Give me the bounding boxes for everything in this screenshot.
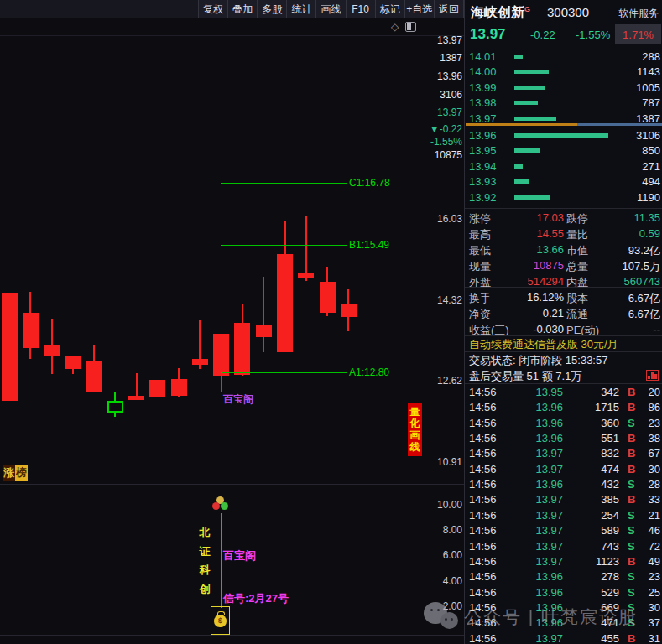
tick-row[interactable]: 14:5613.961715B86: [465, 399, 662, 414]
volume-bar: [514, 148, 540, 153]
toolbar-button-2[interactable]: 叠加: [228, 0, 258, 18]
ask-row[interactable]: 14.01288: [465, 49, 662, 64]
candle[interactable]: [171, 379, 187, 396]
tick-time: 14:56: [469, 478, 497, 491]
tick-time: 14:56: [469, 386, 497, 398]
ob-price: 13.93: [469, 175, 497, 188]
candle[interactable]: [213, 334, 229, 376]
bid-row[interactable]: 13.963106: [465, 127, 662, 143]
ask-row[interactable]: 13.991005: [465, 80, 662, 95]
stat-label: 现量: [469, 259, 491, 274]
split-panel-icon[interactable]: [405, 22, 416, 32]
ob-volume: 787: [642, 96, 660, 109]
stat-label: 最低: [469, 243, 491, 258]
ob-price: 13.92: [469, 191, 497, 204]
tick-row[interactable]: 14:5613.97832B67: [465, 445, 662, 460]
ob-volume: 494: [642, 175, 660, 188]
tick-price: 13.97: [515, 632, 563, 644]
tick-row[interactable]: 14:5613.97385B33: [465, 491, 662, 506]
ask-row[interactable]: 13.98787: [465, 95, 662, 110]
candle[interactable]: [256, 325, 272, 337]
tick-row[interactable]: 14:5613.95342B20: [465, 384, 662, 399]
buy-sell-ratio-bar: [466, 123, 662, 126]
tick-row[interactable]: 14:5613.97254S21: [465, 507, 662, 522]
quant-draw-badge[interactable]: 量化画线: [408, 402, 422, 456]
ask-row[interactable]: 14.001143: [465, 64, 662, 79]
tick-row[interactable]: 14:5613.97743S72: [465, 538, 662, 553]
toolbar-button-3[interactable]: 多股: [258, 0, 287, 18]
tick-row[interactable]: 14:5613.96360S23: [465, 415, 662, 430]
stat-value: 17.03: [498, 211, 564, 224]
tick-row[interactable]: 14:5613.96432S28: [465, 476, 662, 491]
tick-time: 14:56: [469, 463, 497, 475]
tick-direction: B: [628, 432, 635, 444]
moneybag-marker: $: [211, 606, 230, 635]
chart-overlay-value: 3106: [421, 89, 462, 101]
tick-volume: 278: [566, 570, 619, 583]
candle[interactable]: [2, 293, 18, 401]
toolbar-button-1[interactable]: 复权: [199, 0, 228, 18]
subpanel-divider: [0, 484, 464, 485]
bid-row[interactable]: 13.921190: [465, 190, 662, 205]
candle[interactable]: [65, 356, 81, 369]
candle[interactable]: [128, 396, 144, 400]
tick-row[interactable]: 14:5613.96551B38: [465, 430, 662, 445]
candle[interactable]: [192, 359, 208, 365]
y-axis-tick: 16.03: [421, 213, 462, 225]
bid-row[interactable]: 13.94271: [465, 158, 662, 174]
toolbar-button-8[interactable]: +自选: [405, 0, 435, 18]
toolbar-button-5[interactable]: 画线: [316, 0, 346, 18]
candle[interactable]: [149, 380, 165, 397]
tick-volume: 474: [566, 463, 619, 475]
tick-row[interactable]: 14:5613.96529S25: [465, 584, 662, 600]
tick-count: 67: [649, 447, 660, 460]
tick-direction: S: [628, 524, 635, 537]
tick-count: 37: [649, 616, 660, 629]
sub-axis-tick: 8.00: [421, 524, 462, 536]
toolbar-button-6[interactable]: F10: [347, 0, 376, 18]
rank-badge[interactable]: 涨榜: [3, 465, 28, 481]
candle[interactable]: [277, 254, 293, 352]
candle-wick: [305, 216, 307, 281]
subscription-ad[interactable]: 自动续费通达信普及版 30元/月: [465, 336, 662, 351]
candle[interactable]: [23, 313, 39, 349]
industry-change-pct[interactable]: 1.71%: [615, 24, 661, 44]
stat-label: 涨停: [469, 211, 491, 226]
histogram-icon[interactable]: [646, 370, 659, 381]
tick-row[interactable]: 14:5613.97455B31: [465, 631, 662, 644]
tick-time: 14:56: [469, 570, 497, 583]
after-hours-volume: 盘后交易量 51 额 7.1万: [469, 369, 581, 384]
price-change-pct: -1.55%: [576, 29, 610, 41]
candle[interactable]: [86, 361, 102, 392]
tick-row[interactable]: 14:5613.96669S30: [465, 600, 662, 615]
tick-count: 49: [649, 555, 660, 568]
tick-row[interactable]: 14:5613.97474B30: [465, 461, 662, 476]
candle[interactable]: [298, 273, 314, 278]
candle[interactable]: [107, 401, 123, 413]
tick-price: 13.96: [515, 601, 563, 614]
level-line-C1: [221, 183, 347, 184]
tick-price: 13.97: [515, 540, 563, 553]
tick-row[interactable]: 14:5613.97589S46: [465, 522, 662, 538]
candle[interactable]: [320, 282, 336, 313]
tick-row[interactable]: 14:5613.96471S37: [465, 615, 662, 630]
toolbar-button-7[interactable]: 标记: [376, 0, 405, 18]
bid-row[interactable]: 13.93494: [465, 174, 662, 189]
candle[interactable]: [44, 345, 60, 356]
y-axis-tick: 14.32: [421, 294, 462, 306]
tick-count: 25: [649, 586, 660, 599]
diamond-icon[interactable]: ◇: [391, 21, 399, 33]
chart-overlay-value: ▼-0.22: [421, 123, 462, 135]
tick-row[interactable]: 14:5613.971123B49: [465, 553, 662, 569]
tick-row[interactable]: 14:5613.96278S23: [465, 569, 662, 584]
toolbar-button-4[interactable]: 统计: [287, 0, 316, 18]
industry-label[interactable]: 软件服务: [618, 7, 659, 21]
toolbar-button-9[interactable]: 返回: [435, 0, 464, 18]
tick-price: 13.97: [515, 524, 563, 537]
candle[interactable]: [341, 304, 357, 317]
tick-count: 23: [649, 417, 660, 429]
tick-direction: B: [628, 493, 635, 506]
bid-row[interactable]: 13.95850: [465, 143, 662, 158]
tick-time: 14:56: [469, 540, 497, 553]
candle[interactable]: [234, 323, 250, 374]
